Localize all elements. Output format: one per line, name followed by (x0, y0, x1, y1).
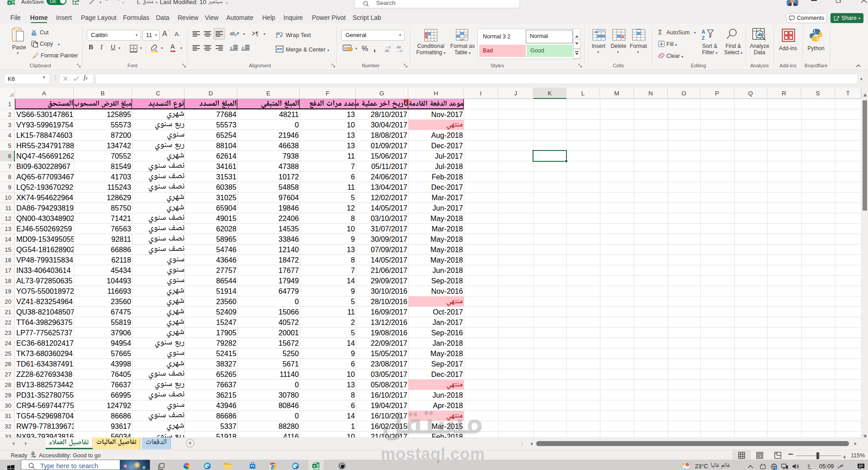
svg-text:→0: →0 (397, 49, 402, 52)
svg-text:.00: .00 (384, 49, 389, 52)
svg-text:¶: ¶ (255, 31, 258, 37)
svg-text:Z: Z (702, 35, 705, 41)
svg-text:X: X (313, 464, 316, 468)
svg-text:A: A (702, 29, 705, 34)
svg-text:ab: ab (230, 31, 235, 36)
svg-text:X: X (9, 1, 11, 5)
